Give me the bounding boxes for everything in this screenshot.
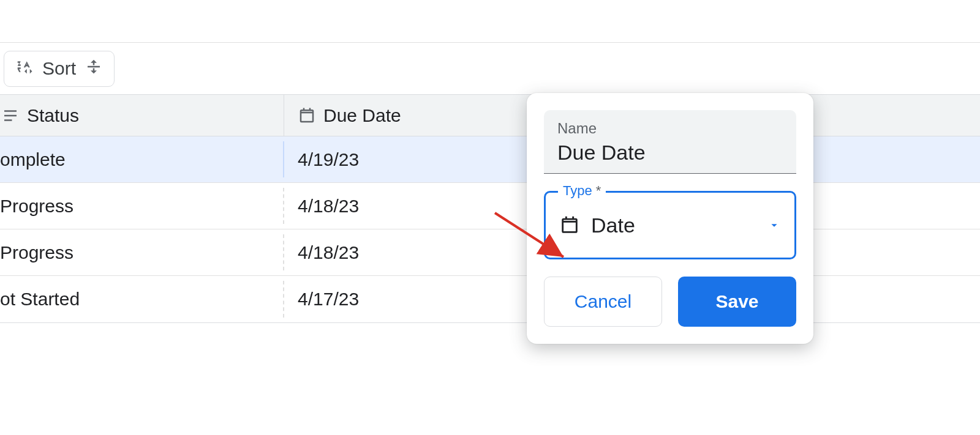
top-blank-bar — [0, 0, 980, 43]
table-row[interactable]: omplete4/19/23 — [0, 136, 980, 183]
cell-status[interactable]: Progress — [0, 229, 284, 275]
column-name-input[interactable] — [557, 141, 783, 165]
cancel-button[interactable]: Cancel — [544, 277, 662, 327]
table-row[interactable]: Progress4/18/23 — [0, 229, 980, 276]
table-toolbar: Sort — [0, 43, 980, 94]
cell-status[interactable]: omplete — [0, 136, 284, 182]
cell-status[interactable]: Progress — [0, 183, 284, 229]
sort-button[interactable]: Sort — [4, 51, 115, 87]
data-table: Status Due Date omplete4/19/23Progress4/… — [0, 94, 980, 323]
calendar-icon — [559, 215, 580, 236]
column-type-label: Type * — [558, 183, 606, 199]
calendar-icon — [298, 106, 316, 125]
chevron-down-icon — [767, 218, 781, 232]
column-name-field[interactable]: Name — [544, 110, 796, 174]
sort-button-label: Sort — [42, 58, 76, 79]
column-header-status-label: Status — [27, 105, 79, 126]
column-type-select[interactable]: Type * Date — [544, 191, 796, 259]
save-button-label: Save — [715, 291, 758, 312]
save-button[interactable]: Save — [678, 277, 796, 327]
status-column-icon — [1, 106, 20, 125]
column-name-label: Name — [557, 120, 783, 137]
column-settings-dialog: Name Type * Date Cancel Save — [527, 93, 813, 344]
table-row[interactable]: ot Started4/17/23 — [0, 276, 980, 322]
dialog-button-row: Cancel Save — [544, 277, 796, 327]
row-height-icon — [85, 58, 103, 80]
cancel-button-label: Cancel — [575, 291, 631, 312]
cell-status[interactable]: ot Started — [0, 276, 284, 322]
column-header-status[interactable]: Status — [0, 95, 284, 136]
table-row[interactable]: Progress4/18/23 — [0, 183, 980, 229]
column-header-due-date-label: Due Date — [323, 105, 401, 126]
table-header-row: Status Due Date — [0, 95, 980, 136]
column-type-value: Date — [591, 214, 767, 237]
sort-az-icon — [15, 58, 34, 80]
required-marker: * — [596, 183, 601, 198]
